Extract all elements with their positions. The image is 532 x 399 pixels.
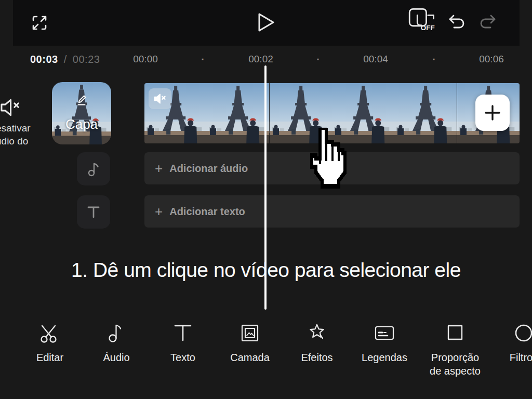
add-clip-button[interactable] [475,95,510,131]
ruler-tick: 00:02 [248,54,273,65]
speaker-muted-icon [0,98,48,117]
tool-label: Efeitos [288,351,346,364]
plus-icon: + [155,162,163,175]
square-frame-icon [443,320,468,346]
tool-aspect-ratio[interactable]: Proporção de aspecto [424,320,486,378]
plus-icon [482,102,503,123]
svg-text:OFF: OFF [421,24,435,32]
clip-frame [207,83,269,143]
tool-label: Editar [21,351,79,364]
edit-pencil-icon [73,91,90,108]
mute-video-audio-control[interactable]: esativar udio do [0,88,48,148]
fullscreen-button[interactable] [30,14,49,32]
redo-icon [477,12,499,33]
text-track-shortcut-button[interactable] [77,195,110,229]
bottom-toolbar: Editar Áudio Texto [0,320,532,399]
mute-caption-line1: esativar [0,122,48,135]
ruler-dot: · [315,52,321,64]
redo-button[interactable] [477,12,499,33]
filter-circle-icon [511,320,532,346]
tool-filters[interactable]: Filtros [493,320,532,364]
tool-text[interactable]: Texto [152,320,214,364]
ruler-tick: 00:04 [363,54,388,65]
plus-icon: + [155,205,163,218]
tool-audio[interactable]: Áudio [85,320,148,364]
fullscreen-expand-icon [30,14,49,32]
tool-label: Texto [154,351,212,364]
tutorial-step-caption: 1. Dê um clique no vídeo para selecionar… [0,259,532,282]
layer-picture-icon [237,320,262,346]
text-icon [85,203,102,221]
cover-label: Capa [52,116,111,132]
text-icon [170,320,195,346]
preview-on-device-button[interactable]: OFF [408,7,437,33]
tool-label: Proporção de aspecto [426,351,484,378]
time-indicator: 00:03 / 00:23 [30,54,100,65]
tool-edit[interactable]: Editar [19,320,81,364]
undo-button[interactable] [446,12,468,33]
undo-icon [446,12,468,33]
magic-star-icon [304,320,329,346]
time-separator: / [64,54,67,65]
top-toolbar: OFF [13,0,520,46]
hand-cursor-graphic [303,128,353,189]
mute-caption-line2: udio do [0,135,48,148]
ruler-dot: · [431,52,436,64]
mute-caption: esativar udio do [0,122,48,148]
add-audio-label: Adicionar áudio [169,163,248,175]
ruler-tick: 00:00 [133,54,158,65]
current-time: 00:03 [30,54,58,65]
play-icon [256,11,276,33]
ruler-tick: 00:06 [479,54,504,65]
play-button[interactable] [256,11,276,33]
tool-label: Áudio [87,351,145,364]
scissors-icon [37,320,62,346]
clip-frame [394,83,457,143]
music-note-icon [104,320,129,346]
ruler-dot: · [200,52,205,64]
tool-label: Filtros [495,351,532,364]
clip-muted-badge [149,88,171,109]
add-text-track[interactable]: + Adicionar texto [144,195,520,228]
audio-track-shortcut-button[interactable] [77,152,110,185]
cover-thumbnail-button[interactable]: Capa [52,82,111,144]
music-note-icon [84,159,103,178]
tool-effects[interactable]: Efeitos [286,320,348,364]
captions-icon [372,320,397,346]
tool-label: Camada [221,351,279,364]
tool-captions[interactable]: Legendas [353,320,416,364]
speaker-muted-icon [153,93,167,104]
device-preview-off-icon: OFF [408,7,437,33]
tool-label: Legendas [355,351,414,364]
tool-overlay[interactable]: Camada [219,320,281,364]
add-text-label: Adicionar texto [169,206,245,218]
total-time: 00:23 [73,54,100,65]
